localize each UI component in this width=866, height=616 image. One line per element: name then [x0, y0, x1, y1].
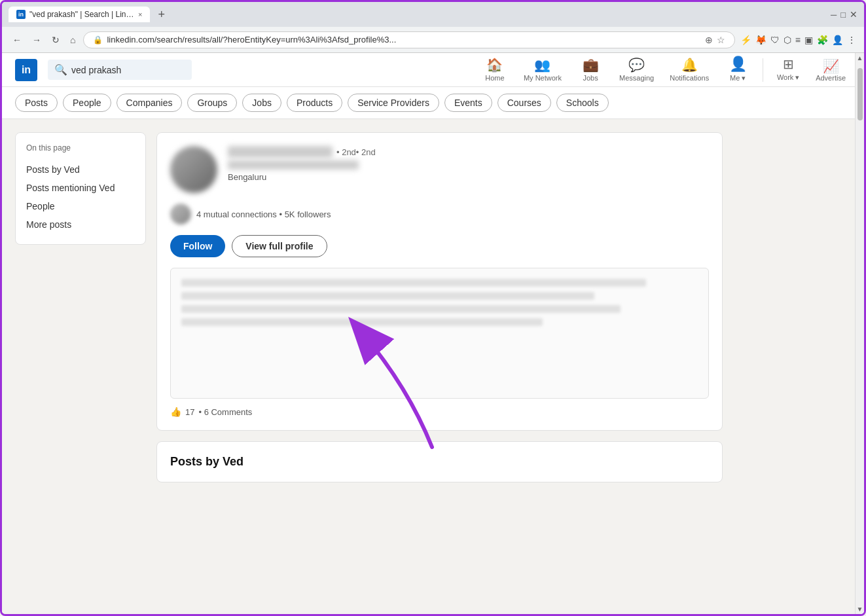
linkedin-header: in 🔍 🏠 Home 👥 My Network 💼 Jobs: [2, 53, 864, 87]
follow-button[interactable]: Follow: [170, 235, 225, 257]
browser-actions: ⚡ 🦊 🛡 ⬡ ≡ ▣ 🧩 👤 ⋮: [740, 35, 856, 45]
ublock-btn[interactable]: 🛡: [770, 35, 780, 45]
lock-icon: 🔒: [93, 35, 103, 45]
linkedin-logo[interactable]: in: [15, 59, 37, 81]
nav-notifications[interactable]: 🔔 Notifications: [663, 53, 715, 87]
url-text: linkedin.com/search/results/all/?heroEnt…: [107, 35, 396, 45]
filter-service-providers[interactable]: Service Providers: [348, 94, 439, 112]
filter-schools[interactable]: Schools: [556, 94, 609, 112]
bookmark-icon[interactable]: ☆: [717, 35, 725, 45]
extension-btn[interactable]: ⬡: [784, 35, 791, 45]
linkedin-nav: 🏠 Home 👥 My Network 💼 Jobs 💬 Messaging 🔔: [475, 53, 851, 88]
profile-location: Bengaluru: [228, 172, 709, 182]
nav-messaging[interactable]: 💬 Messaging: [613, 53, 660, 87]
notifications-icon: 🔔: [681, 57, 698, 73]
close-btn[interactable]: ✕: [850, 9, 857, 20]
profile-actions: Follow View full profile: [170, 235, 709, 257]
address-bar[interactable]: 🔒 linkedin.com/search/results/all/?heroE…: [83, 31, 734, 48]
back-btn[interactable]: ←: [10, 33, 24, 46]
forward-btn[interactable]: →: [29, 33, 44, 46]
tab-favicon: in: [16, 10, 26, 19]
browser-tab[interactable]: in "ved prakash" | Search | LinkedIn ×: [9, 7, 150, 22]
profile-avatar: [170, 146, 217, 193]
sidebar-posts-mentioning-ved[interactable]: Posts mentioning Ved: [26, 179, 135, 197]
pocket-btn[interactable]: ⚡: [740, 35, 751, 45]
nav-jobs[interactable]: 💼 Jobs: [571, 53, 610, 87]
browser-content: in 🔍 🏠 Home 👥 My Network 💼 Jobs: [2, 53, 864, 614]
advertise-icon: 📈: [823, 58, 839, 74]
me-icon: 👤: [729, 56, 747, 73]
search-bar[interactable]: 🔍: [48, 60, 192, 80]
post-line-4: [181, 318, 543, 326]
extensions-btn[interactable]: 🧩: [817, 35, 828, 45]
comments-text: • 6 Comments: [198, 407, 252, 417]
filter-people[interactable]: People: [63, 94, 111, 112]
sidebar-toggle-btn[interactable]: ▣: [804, 35, 813, 45]
sidebar-more-posts[interactable]: More posts: [26, 215, 135, 234]
mutual-avatar: [170, 204, 191, 225]
mutual-row: 4 mutual connections • 5K followers: [170, 204, 709, 225]
nav-advertise[interactable]: 📈 Advertise: [810, 54, 851, 86]
refresh-btn[interactable]: ↻: [49, 33, 62, 46]
menu-btn[interactable]: ⋮: [847, 35, 856, 45]
profile-title-blurred: [228, 160, 359, 170]
filter-products[interactable]: Products: [287, 94, 342, 112]
main-content: On this page Posts by Ved Posts mentioni…: [2, 119, 864, 614]
jobs-icon: 💼: [583, 57, 599, 73]
nav-me[interactable]: 👤 Me ▾: [718, 53, 757, 88]
reader-btn[interactable]: ≡: [795, 35, 801, 45]
post-line-3: [181, 305, 621, 313]
center-content: • 2nd• 2nd Bengaluru 4 mutual connection…: [156, 132, 723, 601]
share-icon[interactable]: ⊕: [705, 35, 713, 45]
maximize-btn[interactable]: □: [840, 10, 846, 20]
posts-section-title: Posts by Ved: [170, 455, 709, 469]
home-btn[interactable]: ⌂: [67, 33, 78, 46]
new-tab-btn[interactable]: +: [155, 8, 168, 22]
profile-header: • 2nd• 2nd Bengaluru: [170, 146, 709, 193]
likes-count: 17: [185, 407, 194, 417]
scroll-down-btn[interactable]: ▼: [857, 606, 863, 613]
sidebar-posts-by-ved[interactable]: Posts by Ved: [26, 160, 135, 179]
browser-titlebar: in "ved prakash" | Search | LinkedIn × +…: [2, 2, 864, 27]
filter-groups[interactable]: Groups: [187, 94, 237, 112]
sidebar-title: On this page: [26, 143, 135, 153]
like-icon: 👍: [170, 407, 181, 417]
search-icon: 🔍: [54, 63, 67, 76]
post-line-2: [181, 292, 594, 300]
nav-my-network[interactable]: 👥 My Network: [517, 53, 568, 87]
post-footer: 👍 17 • 6 Comments: [170, 407, 709, 417]
scrollbar[interactable]: ▲ ▼: [855, 53, 864, 614]
filter-jobs[interactable]: Jobs: [242, 94, 281, 112]
home-icon: 🏠: [486, 57, 503, 73]
sidebar-people[interactable]: People: [26, 197, 135, 215]
scroll-up-btn[interactable]: ▲: [857, 54, 863, 62]
posts-section: Posts by Ved: [156, 441, 723, 482]
profile-info: • 2nd• 2nd Bengaluru: [228, 146, 709, 182]
profile-name-row: • 2nd• 2nd: [228, 146, 709, 158]
left-sidebar: On this page Posts by Ved Posts mentioni…: [15, 132, 146, 245]
filter-events[interactable]: Events: [444, 94, 492, 112]
filter-companies[interactable]: Companies: [117, 94, 183, 112]
filter-posts[interactable]: Posts: [15, 94, 58, 112]
filter-courses[interactable]: Courses: [497, 94, 551, 112]
mutual-text: 4 mutual connections • 5K followers: [196, 209, 331, 219]
work-grid-icon: ⊞: [783, 56, 794, 72]
profile-degree: • 2nd• 2nd: [336, 147, 376, 157]
scroll-thumb[interactable]: [857, 68, 863, 120]
search-input[interactable]: [71, 65, 176, 75]
tab-title: "ved prakash" | Search | LinkedIn: [29, 10, 134, 19]
post-content-area: [170, 268, 709, 399]
firefox-account-btn[interactable]: 🦊: [755, 35, 767, 45]
right-side: [733, 132, 851, 601]
filter-bar: Posts People Companies Groups Jobs Produ…: [2, 87, 864, 119]
view-profile-button[interactable]: View full profile: [232, 235, 327, 257]
profile-card: • 2nd• 2nd Bengaluru 4 mutual connection…: [156, 132, 723, 431]
minimize-btn[interactable]: ─: [831, 10, 837, 20]
browser-controls: ← → ↻ ⌂ 🔒 linkedin.com/search/results/al…: [2, 27, 864, 53]
tab-close-btn[interactable]: ×: [138, 10, 142, 18]
user-avatar-btn[interactable]: 👤: [832, 35, 843, 45]
nav-divider: [763, 58, 763, 82]
nav-work[interactable]: ⊞ Work ▾: [768, 53, 808, 87]
nav-home[interactable]: 🏠 Home: [475, 53, 514, 87]
messaging-icon: 💬: [628, 57, 645, 73]
